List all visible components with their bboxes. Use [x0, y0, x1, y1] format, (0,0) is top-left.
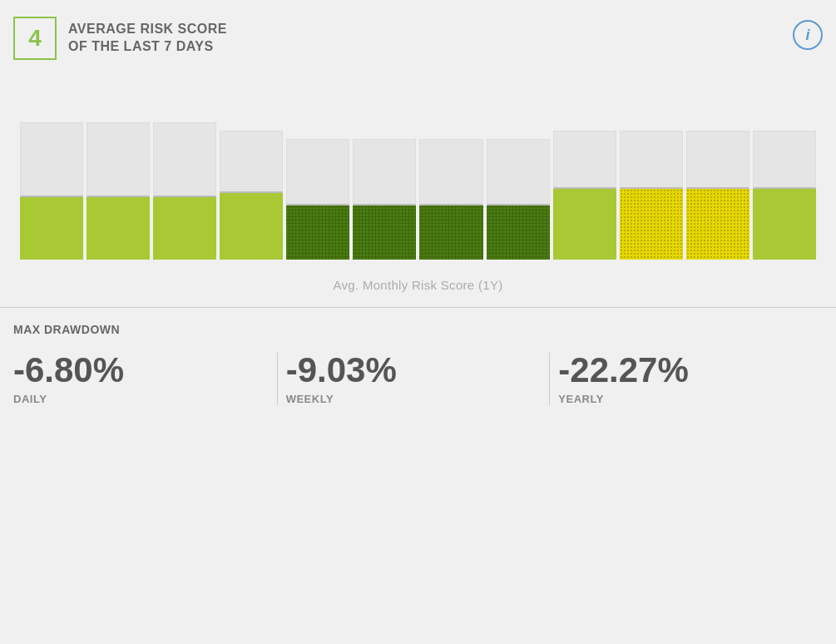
metric-label-1: WEEKLY	[286, 393, 542, 405]
bar-lower-2	[153, 197, 216, 260]
bar-group-8	[553, 131, 616, 260]
score-value: 4	[28, 25, 42, 52]
bar-group-7	[487, 139, 550, 260]
bar-group-5	[353, 139, 416, 260]
chart-label: Avg. Monthly Risk Score (1Y)	[13, 278, 823, 292]
metric-item-0: -6.80%DAILY	[13, 353, 278, 405]
bar-group-10	[686, 131, 749, 260]
metric-label-2: YEARLY	[558, 393, 814, 405]
score-badge-area: 4 AVERAGE RISK SCORE OF THE LAST 7 DAYS	[13, 17, 227, 60]
bar-group-3	[220, 131, 283, 260]
bar-upper-11	[753, 131, 816, 189]
bar-lower-8	[553, 189, 616, 260]
bar-group-9	[620, 131, 683, 260]
bar-lower-9	[620, 189, 683, 260]
bar-group-2	[153, 122, 216, 260]
metric-value-1: -9.03%	[286, 353, 542, 388]
bar-upper-7	[487, 139, 550, 206]
metric-value-2: -22.27%	[558, 353, 814, 388]
bar-upper-10	[686, 131, 749, 189]
bar-lower-7	[487, 206, 550, 260]
bar-upper-6	[419, 139, 482, 206]
bar-group-6	[419, 139, 482, 260]
bar-group-4	[286, 139, 349, 260]
metric-item-1: -9.03%WEEKLY	[278, 353, 551, 405]
score-badge: 4	[13, 17, 57, 60]
bottom-section: MAX DRAWDOWN -6.80%DAILY-9.03%WEEKLY-22.…	[0, 308, 836, 422]
bar-group-0	[20, 122, 83, 260]
bar-upper-4	[286, 139, 349, 206]
bar-lower-1	[87, 197, 150, 260]
bar-lower-10	[686, 189, 749, 260]
bar-upper-2	[153, 122, 216, 197]
bar-upper-8	[553, 131, 616, 189]
bar-upper-3	[220, 131, 283, 193]
info-icon[interactable]: i	[793, 20, 823, 50]
metrics-row: -6.80%DAILY-9.03%WEEKLY-22.27%YEARLY	[13, 353, 823, 405]
header-row: 4 AVERAGE RISK SCORE OF THE LAST 7 DAYS …	[13, 17, 823, 60]
metric-value-0: -6.80%	[13, 353, 270, 388]
bar-lower-5	[353, 206, 416, 260]
bar-lower-0	[20, 197, 83, 260]
bar-lower-4	[286, 206, 349, 260]
bar-group-1	[87, 122, 150, 260]
max-drawdown-title: MAX DRAWDOWN	[13, 323, 823, 336]
bar-lower-3	[220, 193, 283, 260]
bar-lower-6	[419, 206, 482, 260]
score-title: AVERAGE RISK SCORE OF THE LAST 7 DAYS	[68, 21, 227, 56]
bar-upper-5	[353, 139, 416, 206]
bar-lower-11	[753, 189, 816, 260]
bar-upper-1	[87, 122, 150, 197]
bar-group-11	[753, 131, 816, 260]
chart-area	[13, 77, 823, 268]
bar-upper-9	[620, 131, 683, 189]
metric-item-2: -22.27%YEARLY	[550, 353, 823, 405]
bar-upper-0	[20, 122, 83, 197]
metric-label-0: DAILY	[13, 393, 270, 405]
